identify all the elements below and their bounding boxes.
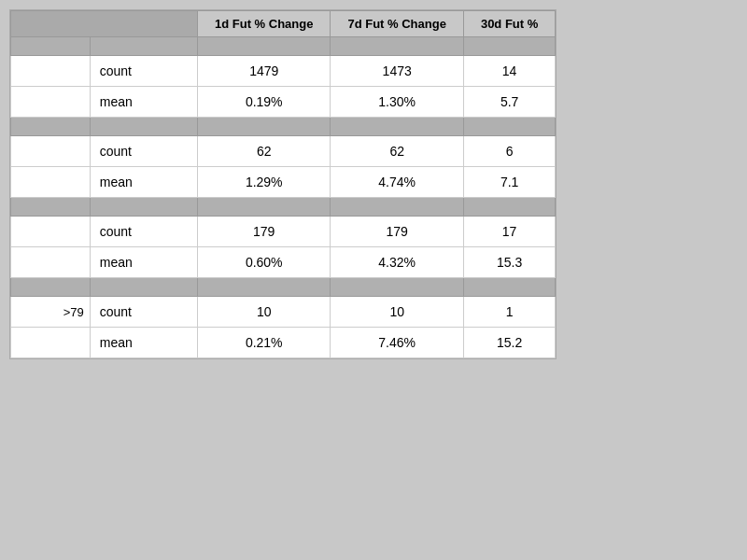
header-row: 1d Fut % Change 7d Fut % Change 30d Fut … <box>11 11 556 37</box>
row-label-2-0: count <box>90 217 197 247</box>
page-wrapper: 1d Fut % Change 7d Fut % Change 30d Fut … <box>0 0 747 560</box>
cell-1-0-2: 6 <box>463 136 555 167</box>
data-table: 1d Fut % Change 7d Fut % Change 30d Fut … <box>10 10 556 358</box>
cell-1-1-0: 1.29% <box>198 167 331 198</box>
cell-2-1-1: 4.32% <box>331 247 463 278</box>
cell-1-0-1: 62 <box>331 136 463 167</box>
cell-2-1-0: 0.60% <box>198 247 331 278</box>
cell-2-0-1: 179 <box>331 217 463 247</box>
group-separator-1 <box>11 118 556 136</box>
cell-1-0-0: 62 <box>198 136 331 167</box>
table-container: 1d Fut % Change 7d Fut % Change 30d Fut … <box>9 9 557 359</box>
cell-3-0-2: 1 <box>463 297 555 328</box>
cell-0-1-2: 5.7 <box>463 87 555 118</box>
cell-0-1-0: 0.19% <box>198 87 331 118</box>
table-row: count17917917 <box>11 217 556 247</box>
row-label-3-0: count <box>90 297 197 328</box>
row-label-0-0: count <box>90 56 197 87</box>
row-group-label-2-0 <box>11 217 91 247</box>
row-group-label-1-0 <box>11 136 91 167</box>
table-row: mean0.21%7.46%15.2 <box>11 328 556 358</box>
row-group-label-2-1 <box>11 247 91 278</box>
cell-0-0-1: 1473 <box>331 56 463 87</box>
row-label-3-1: mean <box>90 328 197 358</box>
cell-0-0-2: 14 <box>463 56 555 87</box>
row-label-0-1: mean <box>90 87 197 118</box>
row-group-label-3-1 <box>11 328 91 358</box>
table-row: mean0.60%4.32%15.3 <box>11 247 556 278</box>
cell-1-1-1: 4.74% <box>331 167 463 198</box>
cell-3-1-1: 7.46% <box>331 328 463 358</box>
cell-3-1-2: 15.2 <box>463 328 555 358</box>
row-label-1-0: count <box>90 136 197 167</box>
cell-2-1-2: 15.3 <box>463 247 555 278</box>
row-label-1-1: mean <box>90 167 197 198</box>
header-col3: 30d Fut % <box>463 11 555 37</box>
cell-3-0-1: 10 <box>331 297 463 328</box>
cell-1-1-2: 7.1 <box>463 167 555 198</box>
row-group-label-3-0: >79 <box>11 297 91 328</box>
cell-0-0-0: 1479 <box>198 56 331 87</box>
row-group-label-1-1 <box>11 167 91 198</box>
table-row: >79count10101 <box>11 297 556 328</box>
header-col2: 7d Fut % Change <box>331 11 463 37</box>
cell-2-0-0: 179 <box>198 217 331 247</box>
table-row: mean0.19%1.30%5.7 <box>11 87 556 118</box>
table-row: mean1.29%4.74%7.1 <box>11 167 556 198</box>
header-col1: 1d Fut % Change <box>198 11 331 37</box>
cell-3-0-0: 10 <box>198 297 331 328</box>
table-row: count1479147314 <box>11 56 556 87</box>
group-separator-2 <box>11 198 556 217</box>
row-group-label-0-0 <box>11 56 91 87</box>
table-row: count62626 <box>11 136 556 167</box>
cell-2-0-2: 17 <box>463 217 555 247</box>
cell-0-1-1: 1.30% <box>331 87 463 118</box>
header-empty <box>11 11 198 37</box>
row-label-2-1: mean <box>90 247 197 278</box>
cell-3-1-0: 0.21% <box>198 328 331 358</box>
row-group-label-0-1 <box>11 87 91 118</box>
group-separator-3 <box>11 278 556 297</box>
group-separator-0 <box>11 37 556 56</box>
